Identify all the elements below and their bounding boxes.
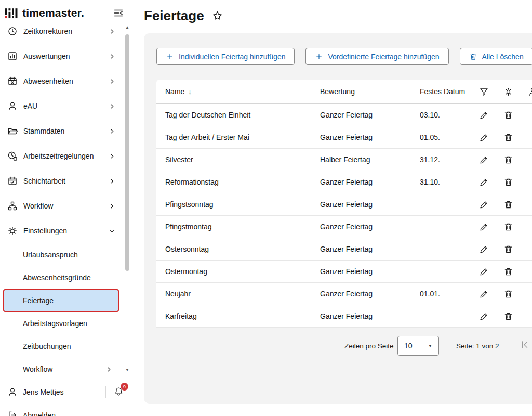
- table-row[interactable]: Silvester Halber Feiertag 31.12.: [156, 149, 532, 171]
- table-row[interactable]: Ostermontag Ganzer Feiertag: [156, 261, 532, 283]
- column-header-festes-datum[interactable]: Festes Datum: [420, 80, 472, 104]
- sidebar-item-label: Schichtarbeit: [23, 177, 65, 185]
- table-row[interactable]: Reformationstag Ganzer Feiertag 31.10.: [156, 171, 532, 193]
- column-header-label: Bewertung: [320, 87, 355, 96]
- sidebar-item-abwesenheiten[interactable]: Abwesenheiten: [0, 69, 122, 94]
- sidebar-scrollbar[interactable]: ▲ ▼: [124, 25, 130, 372]
- delete-all-button[interactable]: Alle Löschen: [460, 48, 532, 65]
- sidebar-subitem-arbeitstagsvorlagen[interactable]: Arbeitstagsvorlagen: [3, 312, 119, 335]
- edit-row-button[interactable]: [479, 155, 489, 165]
- delete-row-button[interactable]: [503, 177, 513, 187]
- cell-festes-datum: 01.05.: [420, 126, 472, 149]
- scrollbar-thumb[interactable]: [125, 34, 129, 271]
- add-predefined-holidays-button[interactable]: Vordefinierte Feiertage hinzufügen: [305, 48, 448, 65]
- cell-bewertung: Ganzer Feiertag: [320, 216, 420, 238]
- column-header-bewertung[interactable]: Bewertung: [320, 80, 420, 104]
- edit-row-button[interactable]: [479, 200, 489, 210]
- filter-button[interactable]: [479, 87, 489, 97]
- cell-festes-datum: [420, 305, 472, 328]
- button-label: Individuellen Feiertag hinzufügen: [179, 53, 285, 61]
- table-row[interactable]: Tag der Arbeit / Erster Mai Ganzer Feier…: [156, 126, 532, 149]
- cell-actions: [472, 216, 532, 238]
- table-row[interactable]: Neujahr Ganzer Feiertag 01.01.: [156, 283, 532, 305]
- plus-icon: [315, 53, 323, 61]
- edit-row-button[interactable]: [479, 133, 489, 142]
- edit-row-button[interactable]: [479, 110, 489, 120]
- table-row[interactable]: Pfingstsonntag Ganzer Feiertag: [156, 193, 532, 216]
- table-row[interactable]: Pfingstmontag Ganzer Feiertag: [156, 216, 532, 238]
- delete-row-button[interactable]: [503, 267, 513, 277]
- trash-icon: [503, 222, 513, 232]
- user-row: Jens Mettjes 9: [0, 379, 132, 405]
- delete-row-button[interactable]: [503, 311, 513, 321]
- sidebar-subitem-label: Urlaubsanspruch: [23, 251, 78, 259]
- page-header: Feiertage: [144, 8, 223, 24]
- sidebar-subitem-abwesenheitsgruende[interactable]: Abwesenheitsgründe: [3, 266, 119, 289]
- edit-row-button[interactable]: [479, 267, 489, 277]
- table-settings-button[interactable]: [503, 87, 513, 97]
- delete-row-button[interactable]: [503, 289, 513, 299]
- table-row[interactable]: Tag der Deutschen Einheit Ganzer Feierta…: [156, 104, 532, 126]
- table-user-button[interactable]: [528, 87, 532, 97]
- trash-icon: [503, 244, 513, 254]
- cell-actions: [472, 193, 532, 216]
- pencil-icon: [479, 177, 489, 187]
- sidebar-item-workflow[interactable]: Workflow: [0, 193, 122, 218]
- timemaster-logo-icon: [5, 7, 19, 20]
- bar-chart-icon: [7, 51, 18, 61]
- sidebar-item-einstellungen[interactable]: Einstellungen: [0, 218, 122, 243]
- sidebar-item-schichtarbeit[interactable]: Schichtarbeit: [0, 168, 122, 193]
- sidebar-subitem-workflow[interactable]: Workflow: [3, 358, 119, 381]
- delete-row-button[interactable]: [503, 155, 513, 165]
- delete-row-button[interactable]: [503, 222, 513, 232]
- rows-per-page-select[interactable]: 10 ▼: [397, 336, 439, 356]
- edit-row-button[interactable]: [479, 222, 489, 232]
- sidebar-bottom: Jens Mettjes 9 Abmelden: [0, 379, 132, 416]
- pencil-icon: [479, 244, 489, 254]
- sidebar-item-auswertungen[interactable]: Auswertungen: [0, 44, 122, 69]
- chevron-right-icon: [108, 53, 116, 60]
- edit-row-button[interactable]: [479, 244, 489, 254]
- cell-festes-datum: 31.10.: [420, 171, 472, 193]
- sidebar-subitem-urlaubsanspruch[interactable]: Urlaubsanspruch: [3, 243, 119, 266]
- cell-actions: [472, 126, 532, 149]
- sidebar-item-label: Zeitkorrekturen: [23, 27, 72, 35]
- sidebar-item-arbeitszeitregelungen[interactable]: Arbeitszeitregelungen: [0, 144, 122, 168]
- edit-row-button[interactable]: [479, 311, 489, 321]
- calendar-check-icon: [7, 176, 18, 186]
- edit-row-button[interactable]: [479, 289, 489, 299]
- pencil-icon: [479, 133, 489, 142]
- sidebar-collapse-button[interactable]: [113, 7, 124, 19]
- table-row[interactable]: Ostersonntag Ganzer Feiertag: [156, 238, 532, 261]
- rows-per-page-value: 10: [404, 342, 413, 350]
- button-label: Alle Löschen: [482, 53, 524, 61]
- clock-history-icon: [7, 26, 18, 36]
- trash-icon: [503, 311, 513, 321]
- column-header-name[interactable]: Name↓: [156, 80, 320, 104]
- feiertage-panel: Individuellen Feiertag hinzufügen Vordef…: [144, 33, 532, 404]
- notifications-button[interactable]: 9: [113, 386, 124, 397]
- sidebar-item-eau[interactable]: eAU: [0, 94, 122, 119]
- delete-row-button[interactable]: [503, 133, 513, 142]
- sidebar-item-zeitkorrekturen[interactable]: Zeitkorrekturen: [0, 19, 122, 44]
- sidebar-subitem-zeitbuchungen[interactable]: Zeitbuchungen: [3, 335, 119, 358]
- cell-name: Reformationstag: [156, 171, 320, 193]
- delete-row-button[interactable]: [503, 244, 513, 254]
- table-row[interactable]: Karfreitag Ganzer Feiertag: [156, 305, 532, 328]
- delete-row-button[interactable]: [503, 110, 513, 120]
- favorite-button[interactable]: [212, 10, 223, 21]
- delete-row-button[interactable]: [503, 200, 513, 210]
- scrollbar-down-icon[interactable]: ▼: [124, 368, 130, 372]
- scrollbar-up-icon[interactable]: ▲: [124, 25, 130, 30]
- menu-collapse-icon: [113, 7, 124, 19]
- sidebar-subitem-feiertage[interactable]: Feiertage: [3, 289, 119, 312]
- sidebar-item-stammdaten[interactable]: Stammdaten: [0, 119, 122, 144]
- star-icon: [212, 10, 223, 21]
- edit-row-button[interactable]: [479, 177, 489, 187]
- plus-icon: [166, 53, 174, 61]
- first-page-button[interactable]: [520, 340, 530, 350]
- add-individual-holiday-button[interactable]: Individuellen Feiertag hinzufügen: [156, 48, 295, 65]
- sidebar-item-label: Workflow: [23, 202, 53, 210]
- logout-button[interactable]: Abmelden: [0, 405, 132, 416]
- logout-icon: [7, 410, 17, 416]
